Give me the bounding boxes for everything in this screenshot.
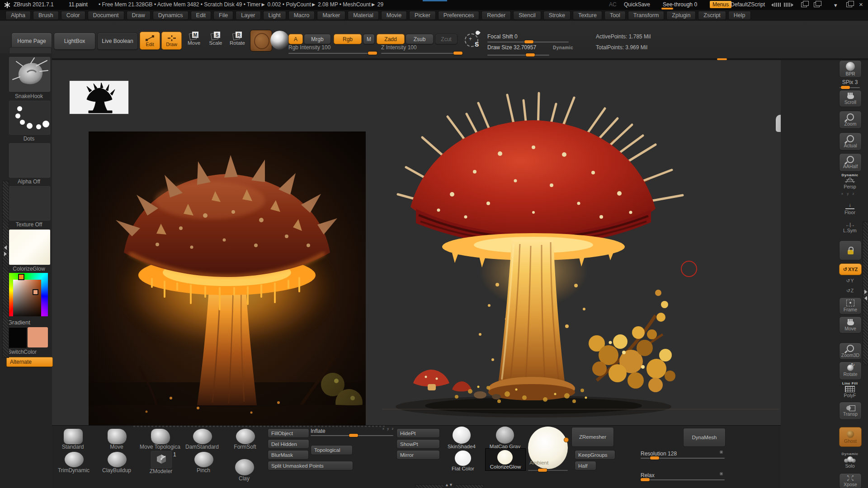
stroke-thumbnail[interactable]: [9, 100, 51, 135]
scroll-button[interactable]: Scroll: [839, 90, 862, 107]
mode-m-button[interactable]: M: [363, 34, 375, 44]
alpha-thumbnail[interactable]: [9, 143, 51, 178]
menu-item[interactable]: Light: [263, 11, 286, 20]
transp-button[interactable]: Transp: [839, 402, 862, 420]
z-intensity-handle[interactable]: [453, 52, 462, 55]
tray-resize-handle[interactable]: [133, 426, 387, 427]
camera-lock-button[interactable]: [839, 240, 862, 260]
color-marker[interactable]: [33, 289, 38, 295]
lightbox-button[interactable]: LightBox: [54, 33, 95, 50]
xpose-button[interactable]: ↖ ↗↙ ↘ Xpose: [839, 473, 862, 488]
menu-item[interactable]: Dynamics: [153, 11, 189, 20]
mode-zsub-button[interactable]: Zsub: [406, 34, 434, 44]
half-button[interactable]: Half: [575, 461, 596, 470]
restore-button[interactable]: [846, 2, 852, 7]
focal-shift-handle[interactable]: [524, 40, 533, 43]
menu-item[interactable]: Document: [88, 11, 124, 20]
flat-color-thumb[interactable]: [455, 450, 471, 466]
shrink-right-icon[interactable]: [784, 3, 793, 7]
mode-zcut-button[interactable]: Zcut: [435, 34, 458, 44]
brush-trimdynamic-thumb[interactable]: [64, 451, 84, 468]
cascade-windows-icon[interactable]: [814, 2, 820, 7]
keepgroups-button[interactable]: KeepGroups: [575, 450, 615, 460]
live-boolean-button[interactable]: Live Boolean: [97, 33, 138, 50]
rgb-intensity-track[interactable]: [288, 53, 377, 54]
dynamesh-button[interactable]: DynaMesh: [683, 428, 726, 447]
bpr-button[interactable]: BPR: [839, 60, 862, 78]
brush-claybuildup-thumb[interactable]: [107, 451, 127, 468]
spix-handle[interactable]: [841, 86, 850, 89]
color-picker[interactable]: [6, 273, 48, 316]
menu-item[interactable]: Macro: [288, 11, 315, 20]
tray-divider-left[interactable]: [415, 484, 444, 488]
relax-knob[interactable]: [720, 472, 723, 475]
mode-a-button[interactable]: A: [288, 34, 303, 44]
relax-track[interactable]: [641, 479, 725, 480]
material-thumbnail[interactable]: [9, 229, 51, 265]
sculpt-model[interactable]: [384, 90, 692, 420]
lsym-button[interactable]: ←|→ L.Sym: [839, 221, 861, 235]
zoom3d-button[interactable]: Zoom3D: [839, 343, 862, 360]
ambient-track[interactable]: [528, 470, 568, 471]
skinshade4-thumb[interactable]: [453, 427, 471, 444]
right-tray-divider[interactable]: [863, 221, 868, 365]
menu-item[interactable]: Texture: [573, 11, 602, 20]
hidept-button[interactable]: HidePt: [396, 428, 440, 438]
topological-button[interactable]: Topological: [311, 445, 353, 455]
scale-tool[interactable]: S Scale: [206, 32, 226, 50]
secondary-color-swatch[interactable]: [28, 327, 48, 347]
draw-button[interactable]: Draw: [161, 32, 182, 50]
menu-item[interactable]: Material: [348, 11, 378, 20]
current-color-sphere[interactable]: [270, 31, 289, 50]
rotate-xyz-button[interactable]: ↺XYZ: [839, 263, 862, 275]
split-unmasked-button[interactable]: Split Unmasked Points: [268, 461, 353, 470]
menu-item[interactable]: Marker: [317, 11, 345, 20]
ambient-handle[interactable]: [538, 469, 547, 472]
mirror-button[interactable]: Mirror: [396, 450, 440, 460]
light-position-dot[interactable]: [564, 438, 568, 442]
polyframe-button[interactable]: Line Fill PolyF: [839, 380, 861, 399]
switchcolor-label[interactable]: SwitchColor: [8, 349, 37, 355]
shrink-left-icon[interactable]: [771, 3, 781, 7]
showpt-button[interactable]: ShowPt: [396, 439, 440, 449]
menu-item[interactable]: Layer: [236, 11, 260, 20]
current-material-thumb[interactable]: [250, 30, 272, 52]
mode-rgb-button[interactable]: Rgb: [334, 34, 362, 44]
texture-thumbnail[interactable]: [9, 186, 51, 221]
draw-size-handle[interactable]: [526, 53, 535, 56]
minimize-button[interactable]: ▾: [834, 2, 837, 9]
relax-handle[interactable]: [641, 478, 650, 481]
resolution-knob[interactable]: [720, 450, 723, 454]
brush-standard-thumb[interactable]: [63, 428, 83, 445]
menu-item[interactable]: Tool: [604, 11, 626, 20]
menu-item[interactable]: Color: [61, 11, 85, 20]
menu-item[interactable]: Transform: [628, 11, 665, 20]
quicksave-button[interactable]: QuickSave: [624, 1, 650, 8]
aahalf-button[interactable]: AAHalf: [839, 153, 862, 172]
mode-mrgb-button[interactable]: Mrgb: [304, 34, 331, 44]
move-3d-button[interactable]: Move: [839, 316, 862, 333]
menu-item[interactable]: Picker: [409, 11, 436, 20]
close-button[interactable]: ×: [859, 0, 863, 8]
canvas-viewport[interactable]: [52, 60, 781, 488]
tile-windows-icon[interactable]: [801, 2, 807, 7]
tray-divider-arrows[interactable]: ▲▼: [445, 483, 453, 487]
left-tray-divider[interactable]: [2, 181, 9, 358]
rotate-z-button[interactable]: ↺Z: [839, 286, 861, 295]
menu-item[interactable]: File: [213, 11, 233, 20]
menus-toggle[interactable]: Menus: [710, 1, 731, 8]
rgb-intensity-handle[interactable]: [368, 52, 377, 55]
saturation-square[interactable]: [13, 280, 41, 316]
menu-item[interactable]: Draw: [127, 11, 151, 20]
menu-item[interactable]: Render: [481, 11, 511, 20]
menu-item[interactable]: Zscript: [698, 11, 726, 20]
delhidden-button[interactable]: Del Hidden: [268, 439, 309, 449]
persp-button[interactable]: Dynamic Persp: [839, 173, 861, 189]
matcap-gray-thumb[interactable]: [496, 427, 514, 444]
menu-item[interactable]: Preferences: [438, 11, 479, 20]
floor-button[interactable]: ↓ Floor: [839, 202, 861, 216]
menu-item[interactable]: Help: [728, 11, 751, 20]
menu-item[interactable]: Edit: [191, 11, 212, 20]
actual-button[interactable]: Actual: [839, 132, 862, 150]
move-tool[interactable]: M Move: [184, 32, 204, 50]
